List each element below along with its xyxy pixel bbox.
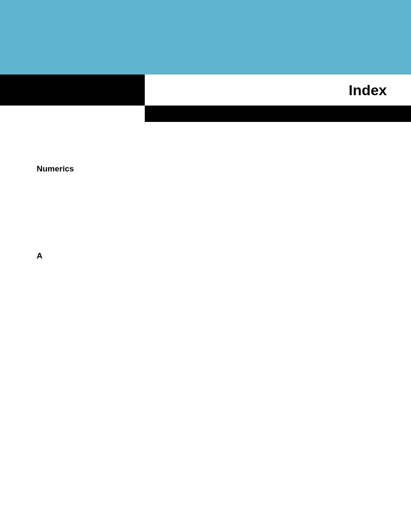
title-right-block: Index: [145, 75, 411, 106]
underline-left: [0, 106, 145, 122]
index-content: Numerics A: [0, 122, 411, 261]
title-underline-row: [0, 106, 411, 122]
title-left-block: [0, 75, 145, 106]
underline-right: [145, 106, 411, 122]
section-heading-numerics: Numerics: [37, 164, 411, 174]
page-title: Index: [349, 82, 387, 99]
section-spacer: [37, 174, 411, 251]
top-banner: [0, 0, 411, 75]
title-row: Index: [0, 75, 411, 106]
section-heading-a: A: [37, 251, 411, 261]
